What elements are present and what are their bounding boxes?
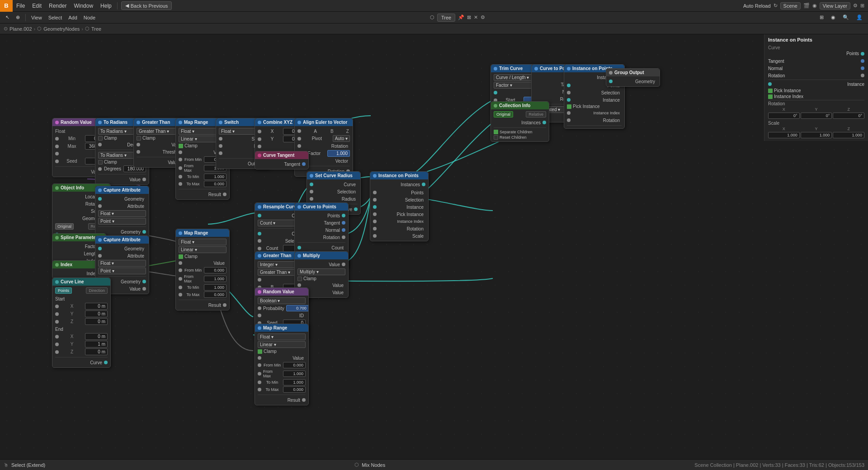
bc-icon-2: ⬡ <box>37 26 42 32</box>
toolbar-sep <box>25 14 26 21</box>
overlay-btn[interactable]: ◉ <box>828 14 838 21</box>
menu-select[interactable]: Select <box>46 14 65 21</box>
node-header-map-range-2: Map Range <box>176 229 229 237</box>
node-instance-on-points-1[interactable]: Instance on Points Instances Points Sele… <box>370 171 429 241</box>
menu-edit[interactable]: Edit <box>28 0 45 12</box>
node-name: Tree <box>441 15 451 20</box>
status-bar: 🖱 Select (Extend) ⬡ Mix Nodes Scene Coll… <box>0 459 868 470</box>
menu-window[interactable]: Window <box>70 0 97 12</box>
node-header-group-output: Group Output <box>606 69 660 76</box>
back-label: Back to Previous <box>131 3 168 9</box>
node-icon: ⬡ <box>430 14 434 20</box>
camera-icon[interactable]: 🎬 <box>803 3 810 9</box>
menu-node[interactable]: Node <box>81 14 98 21</box>
window-icon[interactable]: ⊞ <box>860 3 864 9</box>
top-menubar: B File Edit Render Window Help ◀ Back to… <box>0 0 868 12</box>
render-icon[interactable]: ◉ <box>812 3 817 9</box>
node-curve-line[interactable]: Curve Line Points Direction Start X 0 m … <box>52 277 111 368</box>
menu-file[interactable]: File <box>13 0 28 12</box>
zoom-btn[interactable]: 🔍 <box>840 14 852 21</box>
tool-move[interactable]: ⊕ <box>13 14 23 21</box>
node-header-instance-on-points-1: Instance on Points <box>370 172 428 179</box>
node-map-range-3[interactable]: Map Range Float ▾ Linear ▾ Clamp Value F… <box>255 324 309 405</box>
bc-plane[interactable]: Plane.002 <box>9 26 32 32</box>
mix-nodes-label: Mix Nodes <box>362 462 385 468</box>
settings2-icon[interactable]: ⚙ <box>481 14 485 20</box>
node-header-map-range-3: Map Range <box>255 324 308 332</box>
node-header-capture-attr-2: Capture Attribute <box>95 236 149 244</box>
node-header-curve-to-points-1: Curve to Points <box>295 203 348 211</box>
node-map-range-2[interactable]: Map Range Float ▾ Linear ▾ Clamp Value F… <box>175 229 230 310</box>
breadcrumb: ⊙ Plane.002 › ⬡ GeometryNodes › ⬡ Tree <box>0 24 868 34</box>
menu-help[interactable]: Help <box>97 0 115 12</box>
menu-render[interactable]: Render <box>45 0 70 12</box>
node-header-capture-attr-1: Capture Attribute <box>95 186 149 194</box>
node-header-collection-info: Collection Info <box>491 102 549 109</box>
back-to-previous-button[interactable]: ◀ Back to Previous <box>121 1 172 10</box>
auto-reload-label: Auto Reload <box>743 3 771 9</box>
snap-btn[interactable]: ⊞ <box>817 14 826 21</box>
menu-separator <box>117 2 118 9</box>
select-extend-label: Select (Extend) <box>11 462 45 468</box>
second-toolbar: ↖ ⊕ View Select Add Node ⬡ Tree 📌 ⊠ ✕ ⚙ … <box>0 12 868 24</box>
menu-view[interactable]: View <box>28 14 45 21</box>
node-header-multiply: Multiply <box>295 252 348 259</box>
bc-tree[interactable]: Tree <box>91 26 101 32</box>
bc-icon-3: ⬡ <box>85 26 90 32</box>
view-layer-label[interactable]: View Layer <box>820 2 850 9</box>
node-collection-info[interactable]: Collection Info Original Relative Instan… <box>491 101 549 142</box>
node-header-curve-line: Curve Line <box>52 278 110 286</box>
settings-icon[interactable]: ⚙ <box>853 3 858 9</box>
back-icon: ◀ <box>125 3 129 9</box>
node-header-align-euler: Align Euler to Vector <box>295 118 353 126</box>
node-header-random-value-2: Random Value <box>255 288 308 296</box>
node-name-field[interactable]: Tree <box>437 14 455 22</box>
node-editor-canvas[interactable]: Random Value Float Min 0.000 Max 360.000… <box>0 34 868 459</box>
menu-add[interactable]: Add <box>66 14 80 21</box>
user-btn[interactable]: 👤 <box>854 14 865 21</box>
node-group-output[interactable]: Group Output Geometry <box>606 68 660 87</box>
bc-geometry[interactable]: GeometryNodes <box>43 26 80 32</box>
tool-select[interactable]: ↖ <box>3 14 12 21</box>
mouse-icon: 🖱 <box>4 462 9 468</box>
bc-icon-1: ⊙ <box>4 26 8 32</box>
node-header-set-curve-radius: Set Curve Radius <box>307 172 360 179</box>
scene-selector[interactable]: Scene <box>780 2 801 9</box>
reload-icon[interactable]: ↻ <box>774 3 778 9</box>
properties-panel: Instance on Points Curve Points Tangent … <box>764 34 868 141</box>
pin-icon[interactable]: 📌 <box>458 14 464 20</box>
node-header-curve-tangent: Curve Tangent <box>255 151 308 159</box>
overlay-icon[interactable]: ⊠ <box>467 14 471 20</box>
node-curve-tangent[interactable]: Curve Tangent Tangent <box>255 151 309 169</box>
stats-label: Scene Collection | Plane.002 | Verts:33 … <box>694 462 864 468</box>
close-node-icon[interactable]: ✕ <box>474 14 478 20</box>
node-icon-status: ⬡ <box>354 462 359 468</box>
blender-logo: B <box>0 0 13 12</box>
